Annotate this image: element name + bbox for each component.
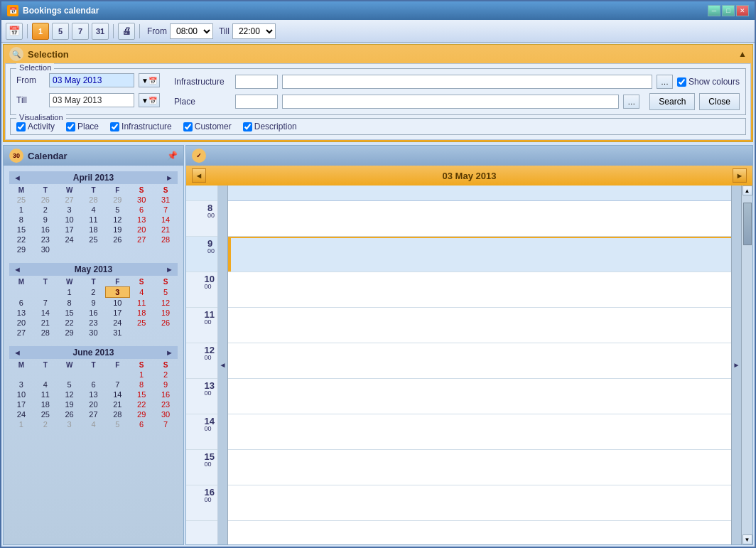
list-item[interactable]: 1 (9, 205, 33, 215)
list-item[interactable]: 19 (105, 225, 129, 235)
list-item[interactable]: 24 (105, 318, 129, 328)
list-item[interactable]: 13 (129, 215, 153, 225)
list-item[interactable]: 5 (58, 380, 82, 389)
till-date-button[interactable]: ▼📅 (139, 93, 160, 107)
cal-events-area[interactable] (228, 186, 731, 544)
list-item[interactable]: 15 (129, 389, 153, 399)
list-item[interactable]: 22 (58, 318, 82, 328)
from-date-button[interactable]: ▼📅 (139, 73, 160, 87)
list-item[interactable]: 19 (153, 308, 178, 318)
list-item[interactable]: 26 (58, 409, 82, 419)
cal-event-row-13[interactable] (228, 379, 731, 414)
cal-next-button[interactable]: ► (733, 168, 747, 183)
list-item[interactable]: 12 (105, 215, 129, 225)
cal-event-row-11[interactable] (228, 308, 731, 343)
list-item[interactable]: 2 (82, 287, 106, 298)
restore-button[interactable]: □ (722, 5, 735, 16)
list-item[interactable]: 1 (9, 419, 33, 429)
list-item[interactable]: 11 (33, 389, 58, 399)
view-5day-button[interactable]: 5 (52, 23, 69, 40)
view-month-button[interactable]: 31 (92, 23, 109, 40)
from-time-select[interactable]: 08:00 09:00 (170, 23, 213, 39)
list-item[interactable]: 9 (33, 215, 58, 225)
list-item[interactable]: 27 (58, 195, 82, 205)
list-item[interactable]: 7 (153, 205, 178, 215)
list-item[interactable]: 21 (33, 318, 58, 328)
list-item[interactable]: 17 (105, 308, 129, 318)
vis-place-checkbox[interactable] (66, 122, 75, 131)
list-item[interactable]: 6 (82, 380, 106, 389)
cal-prev-button[interactable]: ◄ (192, 168, 206, 183)
vis-infrastructure-checkbox[interactable] (110, 122, 119, 131)
list-item[interactable]: 8 (129, 380, 153, 389)
list-item[interactable]: 31 (153, 195, 178, 205)
list-item[interactable]: 26 (105, 235, 129, 245)
list-item[interactable]: 3 (9, 380, 33, 389)
list-item[interactable]: 23 (82, 318, 106, 328)
list-item[interactable]: 30 (82, 328, 106, 338)
list-item[interactable]: 12 (58, 389, 82, 399)
list-item[interactable]: 29 (9, 245, 33, 254)
list-item[interactable]: 29 (58, 328, 82, 338)
vis-activity-checkbox[interactable] (16, 122, 26, 131)
close-button[interactable]: ✕ (736, 5, 749, 16)
list-item[interactable]: 2 (33, 205, 58, 215)
list-item[interactable]: 25 (33, 409, 58, 419)
list-item[interactable]: 29 (105, 195, 129, 205)
list-item[interactable]: 4 (82, 419, 106, 429)
cal-event-row-16[interactable] (228, 485, 731, 521)
cal-nav-left-button[interactable]: ◄ (218, 186, 228, 544)
list-item[interactable]: 25 (82, 235, 106, 245)
list-item[interactable]: 20 (129, 225, 153, 235)
list-item[interactable]: 28 (82, 195, 106, 205)
list-item[interactable]: 11 (129, 298, 153, 308)
list-item[interactable]: 7 (33, 298, 58, 308)
list-item[interactable]: 25 (129, 318, 153, 328)
list-item[interactable]: 18 (82, 225, 106, 235)
list-item[interactable]: 1 (58, 287, 82, 298)
may-next-nav[interactable]: ► (164, 265, 175, 274)
list-item[interactable]: 3 (58, 205, 82, 215)
list-item[interactable]: 2 (33, 419, 58, 429)
list-item[interactable]: 4 (33, 380, 58, 389)
list-item[interactable]: 9 (82, 298, 106, 308)
list-item[interactable]: 16 (33, 225, 58, 235)
view-day-button[interactable]: 1 (32, 23, 49, 40)
list-item[interactable]: 4 (82, 205, 106, 215)
list-item[interactable]: 14 (153, 215, 178, 225)
list-item[interactable]: 17 (9, 399, 33, 409)
till-date-input[interactable] (49, 93, 134, 107)
list-item[interactable]: 2 (153, 370, 178, 380)
cal-event-row-8[interactable] (228, 201, 731, 237)
list-item[interactable]: 31 (105, 328, 129, 338)
list-item[interactable]: 3 (58, 419, 82, 429)
infrastructure-input-large[interactable] (282, 75, 652, 89)
list-item[interactable]: 28 (105, 409, 129, 419)
list-item[interactable]: 10 (9, 389, 33, 399)
from-date-input[interactable] (49, 73, 134, 87)
list-item[interactable]: 4 (129, 287, 153, 298)
list-item[interactable]: 20 (82, 399, 106, 409)
may-prev-nav[interactable]: ◄ (12, 265, 23, 274)
list-item[interactable]: 6 (9, 298, 33, 308)
show-colours-checkbox[interactable] (677, 77, 686, 87)
infrastructure-input-small[interactable] (235, 75, 278, 89)
cal-event-row-12[interactable] (228, 343, 731, 379)
list-item[interactable]: 28 (153, 235, 178, 245)
april-next-nav[interactable]: ► (164, 173, 175, 182)
place-input-large[interactable] (282, 95, 619, 109)
list-item[interactable]: 6 (129, 205, 153, 215)
view-week-button[interactable]: 7 (72, 23, 89, 40)
list-item[interactable]: 30 (33, 245, 58, 254)
list-item[interactable]: 7 (105, 380, 129, 389)
till-time-select[interactable]: 22:00 20:00 (232, 23, 276, 39)
list-item[interactable]: 8 (58, 298, 82, 308)
list-item[interactable]: 6 (129, 419, 153, 429)
list-item[interactable]: 15 (9, 225, 33, 235)
list-item[interactable]: 26 (153, 318, 178, 328)
list-item[interactable]: 27 (129, 235, 153, 245)
june-prev-nav[interactable]: ◄ (12, 348, 23, 357)
cal-event-row-15[interactable] (228, 450, 731, 485)
list-item[interactable]: 12 (153, 298, 178, 308)
list-item[interactable]: 30 (129, 195, 153, 205)
